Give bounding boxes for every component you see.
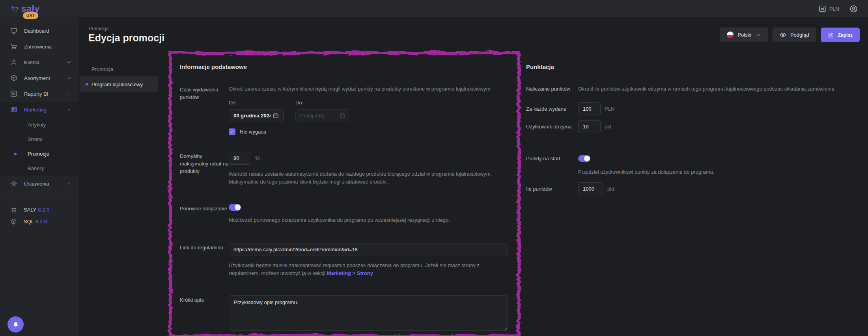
version-name: SQL [24, 219, 34, 225]
basic-info-panel: Informacje podstawowe Czas wydawania pun… [169, 52, 519, 336]
cart-icon [10, 206, 17, 213]
version-number: 8.2.0 [35, 219, 47, 225]
date-to-input[interactable] [295, 109, 350, 122]
start-points-unit: pkt [607, 186, 614, 192]
user-account-icon[interactable] [849, 5, 858, 13]
field-description: Określ zakres czasu, w którym klienci bę… [229, 85, 508, 93]
sidebar-item-articles[interactable]: Artykuły [0, 117, 79, 132]
start-points-toggle[interactable] [578, 155, 590, 162]
chevron-down-icon [66, 107, 72, 112]
sidebar-item-reports-bi[interactable]: Bi Raporty BI [0, 86, 79, 102]
start-points-amount-value[interactable] [583, 186, 599, 192]
calendar-icon[interactable] [340, 113, 345, 119]
sidebar-subitem-label: Banery [28, 165, 44, 171]
version-name: SALY [24, 207, 36, 213]
sidebar-subitem-label: Artykuły [28, 122, 46, 128]
terms-url-value[interactable] [233, 247, 503, 252]
chevron-down-icon [66, 181, 72, 186]
active-dot [86, 83, 88, 85]
no-expiry-label: Nie wygasa [240, 129, 266, 135]
active-dot [14, 153, 17, 155]
save-button[interactable]: Zapisz [821, 28, 860, 42]
sidebar-item-clients[interactable]: Klienci [0, 54, 79, 70]
field-label: Link do regulaminu [180, 243, 229, 277]
preview-button[interactable]: Podgląd [773, 28, 816, 42]
receive-points-value[interactable] [583, 124, 596, 130]
marketing-pages-link[interactable]: Marketing > Strony [327, 270, 373, 276]
discount-value[interactable] [233, 155, 246, 161]
svg-text:Bi: Bi [12, 92, 15, 96]
breadcrumb[interactable]: Promocje [89, 26, 109, 32]
spend-amount-value[interactable] [583, 106, 596, 112]
rejoin-toggle[interactable] [229, 204, 241, 211]
sidebar-item-settings[interactable]: Ustawienia [0, 176, 79, 191]
sidebar-item-assortment[interactable]: Asortyment [0, 70, 79, 86]
receive-points-input[interactable] [578, 120, 601, 133]
tab-loyalty-program[interactable]: Program lojalnościowy [80, 76, 158, 92]
notifications-button[interactable] [7, 316, 24, 332]
user-icon [10, 59, 17, 66]
sidebar-item-pages[interactable]: Strony [0, 132, 79, 147]
app-logo[interactable]: saly UAT [10, 4, 40, 14]
section-title: Punktacja [526, 63, 861, 70]
tab-promotion[interactable]: Promocja [80, 62, 158, 76]
sidebar-item-promotions[interactable]: Promocje [0, 147, 79, 161]
currency-bi-icon: Bi [819, 5, 826, 13]
sidebar: Dashboard Zamówienia Klienci Asortyment … [0, 17, 79, 336]
currency-label: PLN [829, 6, 839, 12]
field-description: Przydziel użytkownikowi punkty za dołącz… [578, 168, 714, 176]
bi-icon: Bi [10, 90, 17, 97]
spend-amount-input[interactable] [578, 102, 601, 115]
svg-text:Bi: Bi [821, 7, 824, 11]
start-points-amount-input[interactable] [578, 182, 603, 195]
short-description-textarea[interactable]: Przykładowy opis programu. [229, 295, 508, 331]
chevron-down-icon [66, 59, 72, 65]
points-panel: Punktacja Naliczanie punktów Określ ile … [526, 63, 861, 195]
poland-flag-icon [727, 32, 734, 38]
news-icon [10, 106, 17, 113]
language-select-button[interactable]: Polski [720, 28, 768, 42]
env-badge: UAT [23, 12, 38, 19]
receive-unit: pkt [605, 124, 611, 130]
field-description: Wartość rabatu zostanie automatycznie do… [229, 170, 508, 186]
field-description: Użytkownik będzie musiał zaakceptować re… [229, 262, 508, 277]
field-label: Użytkownik otrzyma [526, 124, 578, 130]
terms-url-input[interactable] [229, 243, 508, 256]
date-from-label: Od: [229, 100, 284, 106]
field-label: Czas wydawania punktów [180, 85, 229, 135]
section-title: Informacje podstawowe [180, 63, 508, 70]
language-label: Polski [737, 32, 751, 38]
sidebar-subitem-label: Strony [28, 136, 43, 142]
save-label: Zapisz [838, 32, 853, 38]
toggle-knob [584, 156, 590, 162]
floppy-icon [828, 32, 834, 38]
sidebar-item-marketing[interactable]: Marketing [0, 102, 79, 117]
sidebar-item-label: Asortyment [24, 75, 60, 81]
sidebar-subitem-label: Promocje [28, 151, 49, 157]
box-icon [10, 218, 17, 225]
currency-selector[interactable]: Bi PLN [819, 5, 839, 13]
date-to-label: Do: [295, 100, 350, 106]
date-from-input[interactable] [229, 109, 284, 122]
cart-icon [10, 43, 17, 50]
spend-unit: PLN [605, 106, 614, 112]
version-saly: SALY8.2.0 [0, 204, 79, 215]
sidebar-item-label: Ustawienia [24, 181, 60, 187]
no-expiry-checkbox[interactable] [229, 128, 235, 135]
sidebar-item-label: Klienci [24, 59, 60, 65]
calendar-icon[interactable] [273, 113, 279, 119]
discount-input[interactable] [229, 152, 251, 165]
date-to-value[interactable] [300, 113, 337, 119]
date-from-value[interactable] [233, 113, 271, 119]
sidebar-item-banners[interactable]: Banery [0, 161, 79, 176]
field-label: Krótki opis [180, 295, 229, 336]
field-label: Ponowne dołączanie [180, 204, 229, 224]
sidebar-item-dashboard[interactable]: Dashboard [0, 23, 79, 39]
sidebar-item-orders[interactable]: Zamówienia [0, 39, 79, 54]
version-info: SALY8.2.0 SQL8.2.0 [0, 197, 79, 227]
version-sql: SQL8.2.0 [0, 215, 79, 227]
toggle-knob [235, 204, 241, 210]
chevron-down-icon [66, 75, 72, 81]
chevron-down-icon [755, 32, 761, 38]
tab-label: Promocja [91, 66, 113, 72]
